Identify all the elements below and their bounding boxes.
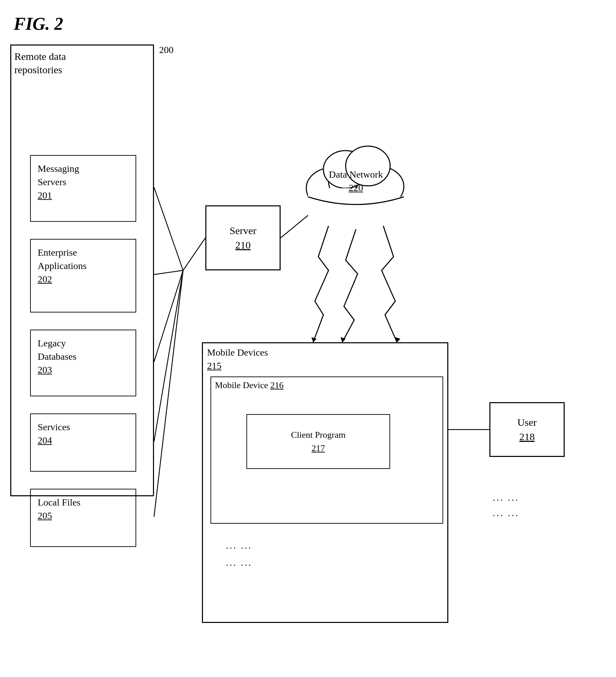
repo-box-enterprise-apps: EnterpriseApplications 202: [30, 239, 136, 312]
data-network-label: Data Network 220: [308, 168, 404, 194]
client-program-label: Client Program 217: [291, 428, 346, 455]
repo-box-legacy-databases: LegacyDatabases 203: [30, 330, 136, 396]
repo-ref-legacy-databases: 203: [38, 363, 129, 376]
label-200: 200: [159, 44, 174, 55]
data-network-text: Data Network: [329, 169, 383, 180]
repo-name-legacy-databases: LegacyDatabases: [38, 338, 77, 362]
svg-line-2: [154, 270, 183, 362]
user-box: User 218: [489, 402, 565, 457]
server-label: Server 210: [230, 223, 256, 252]
repo-ref-messaging-servers: 201: [38, 189, 129, 202]
repo-name-local-files: Local Files: [38, 497, 80, 508]
svg-marker-7: [311, 337, 317, 342]
svg-line-0: [154, 187, 183, 270]
svg-line-4: [154, 270, 183, 517]
repo-name-messaging-servers: MessagingServers: [38, 163, 79, 187]
repo-box-local-files: Local Files 205: [30, 489, 136, 547]
svg-line-6: [281, 199, 329, 238]
svg-marker-8: [341, 337, 346, 342]
remote-repos-outer-box: MessagingServers 201 EnterpriseApplicati…: [10, 44, 154, 496]
svg-line-3: [154, 270, 183, 442]
mobile-device-dots-1: ... ...: [226, 537, 252, 554]
repo-ref-local-files: 205: [38, 509, 129, 522]
remote-repos-label: Remote datarepositories: [14, 50, 83, 76]
user-label: User 218: [517, 415, 537, 444]
repo-name-services: Services: [38, 422, 70, 432]
repo-ref-services: 204: [38, 434, 129, 447]
user-dots-1: ... ...: [493, 489, 519, 506]
svg-line-5: [183, 238, 205, 270]
repo-box-services: Services 204: [30, 413, 136, 472]
mobile-devices-label: Mobile Devices 215: [207, 346, 268, 372]
figure-title: FIG. 2: [14, 14, 63, 34]
data-network-ref: 220: [349, 182, 363, 193]
server-box: Server 210: [205, 205, 281, 270]
mobile-device-label: Mobile Device 216: [215, 379, 284, 392]
repo-box-messaging-servers: MessagingServers 201: [30, 155, 136, 222]
repo-ref-enterprise-apps: 202: [38, 272, 129, 286]
repo-name-enterprise-apps: EnterpriseApplications: [38, 247, 87, 271]
mobile-device-dots-2: ... ...: [226, 554, 252, 571]
user-dots-2: ... ...: [493, 505, 519, 521]
svg-marker-9: [395, 337, 400, 342]
svg-line-1: [154, 270, 183, 274]
client-program-box: Client Program 217: [246, 414, 390, 469]
